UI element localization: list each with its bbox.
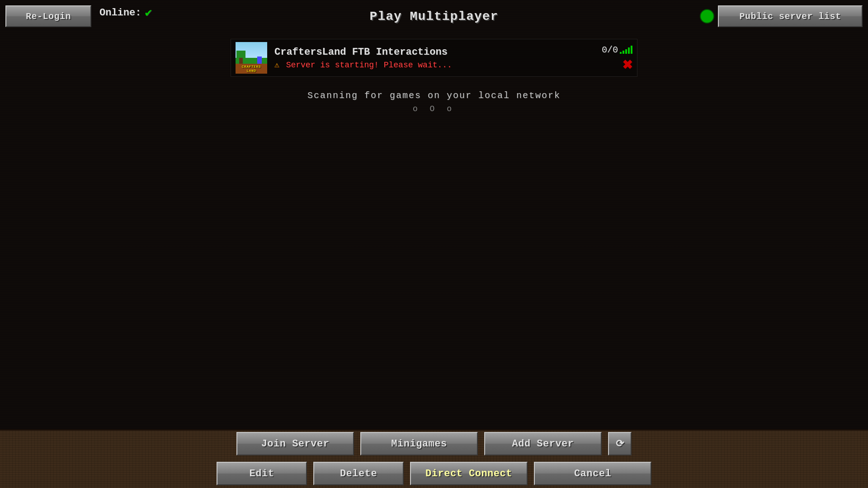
public-server-button[interactable]: Public server list xyxy=(718,5,863,27)
join-server-button[interactable]: Join Server xyxy=(236,432,354,455)
server-status: ⚠ Server is starting! Please wait... xyxy=(274,60,602,70)
warning-icon: ⚠ xyxy=(274,61,279,70)
server-name: CraftersLand FTB Interactions xyxy=(274,47,602,58)
server-info: CraftersLand FTB Interactions ⚠ Server i… xyxy=(274,47,602,70)
server-status-text: Server is starting! Please wait... xyxy=(286,61,452,70)
server-right: 0/0 ✖ xyxy=(602,45,632,71)
edit-button[interactable]: Edit xyxy=(217,462,307,485)
signal-bars xyxy=(620,46,632,54)
player-count: 0/0 xyxy=(602,45,632,55)
public-server-icon xyxy=(700,9,714,23)
scanning-dots: o O o xyxy=(0,104,868,113)
relogin-area: Re-Login xyxy=(5,5,91,27)
add-server-button[interactable]: Add Server xyxy=(484,432,602,455)
signal-bar-5 xyxy=(631,46,632,54)
scanning-text: Scanning for games on your local network xyxy=(0,90,868,101)
server-icon: CRAFTERSLAND xyxy=(236,42,267,74)
online-status: Online: ✔ xyxy=(99,5,152,20)
relogin-button[interactable]: Re-Login xyxy=(5,5,91,27)
online-checkmark: ✔ xyxy=(145,5,152,20)
player-count-text: 0/0 xyxy=(602,45,618,55)
button-row-2: Edit Delete Direct Connect Cancel xyxy=(217,462,651,485)
server-entry[interactable]: CRAFTERSLAND CraftersLand FTB Interactio… xyxy=(231,39,637,77)
signal-bar-3 xyxy=(625,49,627,54)
signal-bar-2 xyxy=(623,51,624,54)
online-label: Online: xyxy=(99,7,141,19)
remove-server-button[interactable]: ✖ xyxy=(622,59,632,71)
refresh-icon: ⟳ xyxy=(616,438,624,450)
delete-button[interactable]: Delete xyxy=(313,462,404,485)
signal-bar-4 xyxy=(628,47,630,54)
button-row-1: Join Server Minigames Add Server ⟳ xyxy=(236,432,632,455)
page-title: Play Multiplayer xyxy=(370,9,499,23)
refresh-button[interactable]: ⟳ xyxy=(608,432,632,455)
public-server-area[interactable]: Public server list xyxy=(700,5,863,27)
minigames-button[interactable]: Minigames xyxy=(360,432,478,455)
cancel-button[interactable]: Cancel xyxy=(534,462,651,485)
bottom-buttons: Join Server Minigames Add Server ⟳ Edit … xyxy=(0,429,868,488)
direct-connect-button[interactable]: Direct Connect xyxy=(410,462,528,485)
signal-bar-1 xyxy=(620,52,622,54)
scanning-area: Scanning for games on your local network… xyxy=(0,90,868,113)
